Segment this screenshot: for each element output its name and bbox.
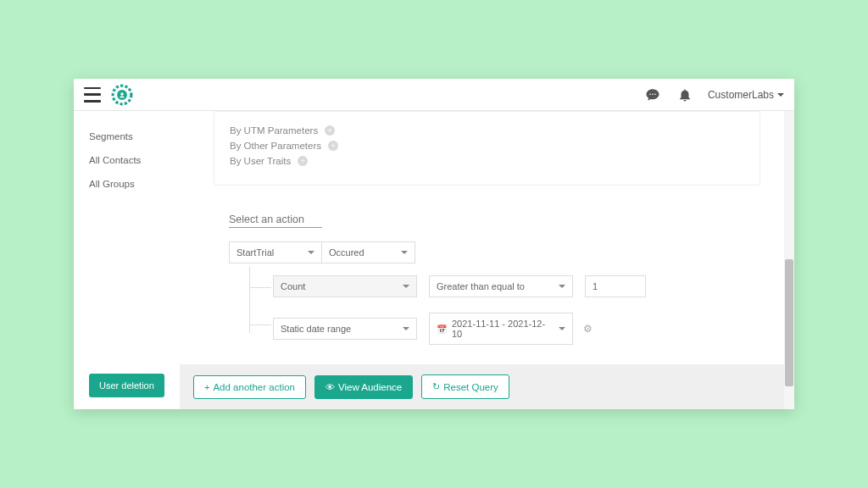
date-range-select[interactable]: 📅 2021-11-11 - 2021-12-10 xyxy=(429,313,573,345)
chevron-down-icon xyxy=(559,327,565,330)
svg-point-3 xyxy=(649,93,651,95)
condition-date-row: Static date range 📅 2021-11-11 - 2021-12… xyxy=(273,313,760,345)
date-range-value: 2021-11-11 - 2021-12-10 xyxy=(452,319,554,339)
svg-point-5 xyxy=(654,93,656,95)
calendar-icon: 📅 xyxy=(437,324,447,334)
state-select[interactable]: Occured xyxy=(322,241,415,263)
metric-value: Count xyxy=(281,281,305,291)
scrollbar-thumb[interactable] xyxy=(785,259,793,386)
action-block: StartTrial Occured Count xyxy=(214,211,760,345)
event-value: StartTrial xyxy=(236,247,274,258)
reset-query-button[interactable]: ↻ Reset Query xyxy=(421,374,509,399)
bell-icon[interactable] xyxy=(677,87,693,103)
event-select[interactable]: StartTrial xyxy=(229,241,322,263)
hamburger-menu-icon[interactable] xyxy=(84,87,101,103)
plus-circle-icon: + xyxy=(328,141,338,151)
gear-icon[interactable]: ⚙ xyxy=(583,323,593,335)
condition-count-row: Count Greater than equal to xyxy=(273,275,760,297)
main-content: By UTM Parameters + By Other Parameters … xyxy=(180,111,794,409)
action-search-input[interactable] xyxy=(229,212,322,228)
chevron-down-icon xyxy=(403,285,409,288)
chevron-down-icon xyxy=(308,251,314,254)
filter-label: By Other Parameters xyxy=(230,141,321,151)
date-mode-value: Static date range xyxy=(281,324,351,334)
date-mode-select[interactable]: Static date range xyxy=(273,318,417,340)
scrollbar[interactable] xyxy=(784,111,794,409)
action-row-1: StartTrial Occured xyxy=(229,241,760,263)
user-label: CustomerLabs xyxy=(708,89,774,101)
metric-select[interactable]: Count xyxy=(273,275,417,297)
user-deletion-button[interactable]: User deletion xyxy=(89,374,164,397)
state-value: Occured xyxy=(329,247,364,258)
plus-circle-icon: + xyxy=(325,125,335,136)
sidebar: Segments All Contacts All Groups xyxy=(74,111,180,409)
btn-label: Add another action xyxy=(213,382,295,392)
app-window: CustomerLabs Segments All Contacts All G… xyxy=(74,79,794,409)
view-audience-button[interactable]: 👁 View Audience xyxy=(314,375,413,399)
svg-point-4 xyxy=(652,93,654,95)
btn-label: View Audience xyxy=(338,382,402,392)
sidebar-item-all-contacts[interactable]: All Contacts xyxy=(89,155,180,165)
user-menu[interactable]: CustomerLabs xyxy=(708,89,784,101)
chevron-down-icon xyxy=(401,251,408,254)
nested-conditions: Count Greater than equal to xyxy=(249,275,760,345)
body: Segments All Contacts All Groups By UTM … xyxy=(74,111,794,409)
filter-utm-parameters[interactable]: By UTM Parameters + xyxy=(230,125,744,136)
plus-icon: + xyxy=(204,382,209,392)
filter-user-traits[interactable]: By User Traits + xyxy=(230,156,744,166)
filter-label: By User Traits xyxy=(230,156,291,166)
footer-bar: + Add another action 👁 View Audience ↻ R… xyxy=(180,364,794,409)
content-scroll[interactable]: By UTM Parameters + By Other Parameters … xyxy=(180,111,794,364)
filters-panel: By UTM Parameters + By Other Parameters … xyxy=(214,111,760,186)
chevron-down-icon xyxy=(559,285,565,288)
filter-label: By UTM Parameters xyxy=(230,125,318,136)
sidebar-item-all-groups[interactable]: All Groups xyxy=(89,179,180,189)
caret-down-icon xyxy=(777,93,784,97)
sidebar-item-segments[interactable]: Segments xyxy=(89,131,180,141)
add-another-action-button[interactable]: + Add another action xyxy=(193,375,306,399)
eye-icon: 👁 xyxy=(326,382,335,392)
filter-other-parameters[interactable]: By Other Parameters + xyxy=(230,141,744,151)
chevron-down-icon xyxy=(403,327,409,330)
comparator-value: Greater than equal to xyxy=(437,281,525,291)
header-bar: CustomerLabs xyxy=(74,79,794,111)
logo-gear-icon xyxy=(111,84,133,106)
svg-point-2 xyxy=(120,92,123,95)
comparator-select[interactable]: Greater than equal to xyxy=(429,275,573,297)
btn-label: Reset Query xyxy=(443,382,498,392)
count-value-input[interactable] xyxy=(585,275,646,297)
chat-icon[interactable] xyxy=(645,87,660,103)
refresh-icon: ↻ xyxy=(432,381,440,392)
plus-circle-icon: + xyxy=(298,156,308,166)
